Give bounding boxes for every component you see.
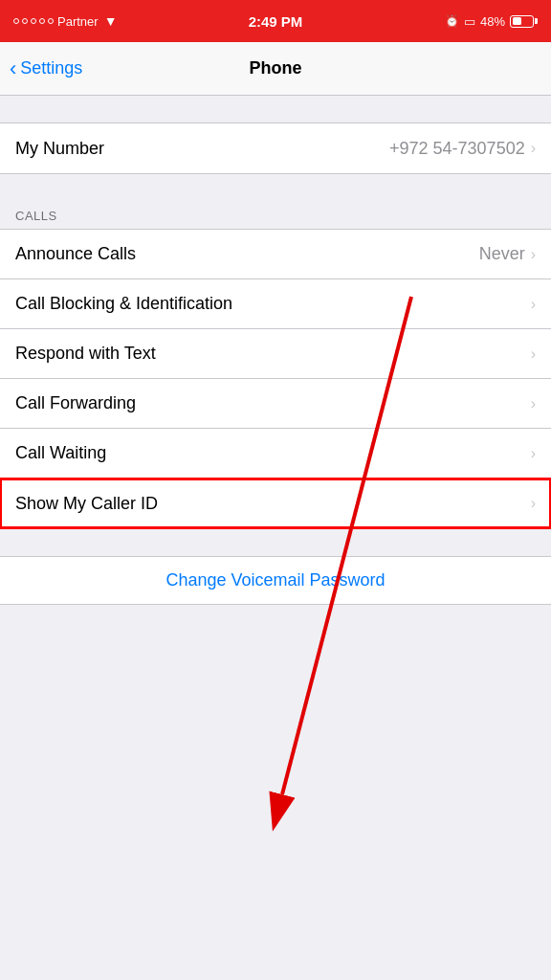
wifi-icon: ▼: [104, 13, 118, 29]
calls-section: Announce Calls Never › Call Blocking & I…: [0, 229, 551, 529]
signal-dot-1: [13, 18, 19, 24]
announce-calls-label: Announce Calls: [15, 244, 136, 264]
battery-icon: [510, 15, 538, 28]
my-number-right: +972 54-7307502 ›: [389, 139, 536, 159]
show-caller-id-row[interactable]: Show My Caller ID ›: [0, 479, 551, 528]
call-forwarding-chevron-icon: ›: [531, 395, 536, 412]
sim-icon: ▭: [464, 14, 475, 29]
show-caller-id-right: ›: [531, 495, 536, 512]
call-waiting-row[interactable]: Call Waiting ›: [0, 429, 551, 479]
show-caller-id-label: Show My Caller ID: [15, 494, 158, 514]
call-forwarding-right: ›: [531, 395, 536, 412]
nav-bar: ‹ Settings Phone: [0, 42, 551, 96]
alarm-icon: ⏰: [445, 14, 459, 28]
spacer-top: [0, 96, 551, 122]
call-forwarding-row[interactable]: Call Forwarding ›: [0, 379, 551, 429]
call-blocking-chevron-icon: ›: [531, 296, 536, 313]
call-waiting-right: ›: [531, 445, 536, 462]
call-waiting-chevron-icon: ›: [531, 445, 536, 462]
carrier-name: Partner: [57, 14, 99, 29]
respond-text-right: ›: [531, 345, 536, 363]
respond-text-chevron-icon: ›: [531, 345, 536, 363]
page-wrapper: Partner ▼ 2:49 PM ⏰ ▭ 48% ‹ Settings Pho…: [0, 0, 551, 605]
signal-dots: [13, 18, 54, 24]
status-bar-right: ⏰ ▭ 48%: [445, 14, 538, 29]
status-bar-time: 2:49 PM: [249, 13, 303, 30]
change-voicemail-label: Change Voicemail Password: [165, 570, 385, 590]
my-number-row[interactable]: My Number +972 54-7307502 ›: [0, 123, 551, 173]
battery-percent: 48%: [480, 14, 505, 29]
battery-fill: [513, 17, 522, 25]
spacer-calls: [0, 174, 551, 201]
voicemail-section: Change Voicemail Password: [0, 556, 551, 605]
announce-calls-value: Never: [479, 244, 525, 264]
back-label: Settings: [20, 58, 82, 78]
respond-text-row[interactable]: Respond with Text ›: [0, 329, 551, 379]
my-number-chevron-icon: ›: [531, 140, 536, 157]
announce-calls-right: Never ›: [479, 244, 536, 264]
respond-text-label: Respond with Text: [15, 344, 156, 364]
battery-tip: [535, 18, 538, 24]
signal-dot-3: [31, 18, 36, 24]
my-number-label: My Number: [15, 139, 104, 159]
call-blocking-label: Call Blocking & Identification: [15, 294, 232, 314]
signal-dot-4: [39, 18, 45, 24]
show-caller-id-chevron-icon: ›: [531, 495, 536, 512]
my-number-section: My Number +972 54-7307502 ›: [0, 122, 551, 174]
announce-calls-chevron-icon: ›: [531, 246, 536, 263]
change-voicemail-button[interactable]: Change Voicemail Password: [0, 557, 551, 604]
call-waiting-label: Call Waiting: [15, 443, 106, 463]
back-button[interactable]: ‹ Settings: [10, 58, 82, 79]
my-number-value: +972 54-7307502: [389, 139, 525, 159]
call-blocking-row[interactable]: Call Blocking & Identification ›: [0, 279, 551, 329]
signal-dot-5: [48, 18, 54, 24]
calls-section-header: CALLS: [0, 201, 551, 229]
signal-dot-2: [22, 18, 28, 24]
status-bar: Partner ▼ 2:49 PM ⏰ ▭ 48%: [0, 0, 551, 42]
battery-body: [510, 15, 534, 28]
back-chevron-icon: ‹: [10, 58, 16, 79]
call-forwarding-label: Call Forwarding: [15, 393, 136, 413]
page-title: Phone: [249, 58, 301, 78]
announce-calls-row[interactable]: Announce Calls Never ›: [0, 230, 551, 279]
status-bar-left: Partner ▼: [13, 13, 118, 29]
call-blocking-right: ›: [531, 296, 536, 313]
